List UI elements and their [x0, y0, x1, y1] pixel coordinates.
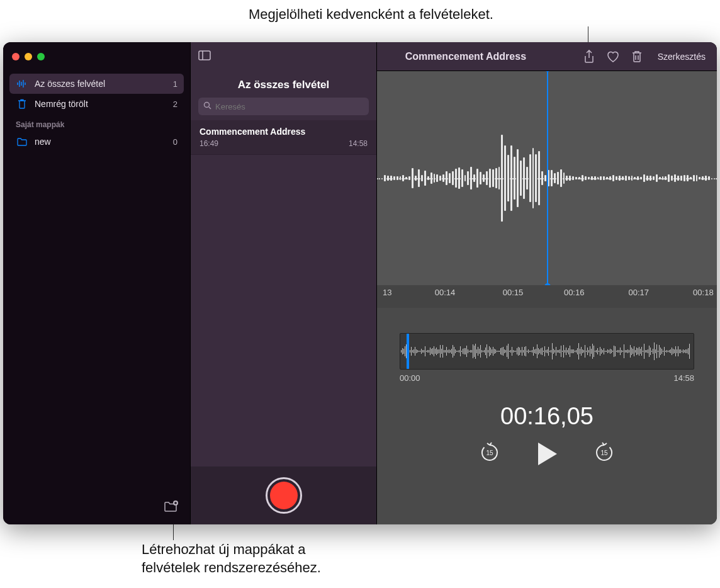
waveform-area[interactable]: [377, 71, 717, 285]
window-controls: [3, 42, 190, 71]
overview-waveform[interactable]: [400, 333, 694, 370]
list-title: Az összes felvétel: [191, 71, 376, 98]
record-footer: [191, 466, 376, 524]
play-button[interactable]: [536, 441, 558, 466]
timecode: 00:16,05: [377, 383, 717, 441]
waveform-icon: [16, 79, 28, 88]
edit-button[interactable]: Szerkesztés: [654, 49, 709, 64]
recording-item[interactable]: Commencement Address 16:49 14:58: [191, 120, 376, 155]
ruler-tick: 00:16: [564, 288, 585, 297]
svg-text:15: 15: [600, 449, 608, 456]
ruler-tick: 00:15: [503, 288, 524, 297]
list-header: [191, 42, 376, 71]
overview-labels: 00:00 14:58: [400, 370, 694, 383]
voice-memos-window: Az összes felvétel 1 Nemrég törölt 2 Saj…: [3, 42, 717, 524]
recording-duration: 14:58: [349, 139, 368, 148]
sidebar-item-count: 1: [173, 79, 177, 89]
folder-icon: [16, 138, 28, 146]
toolbar: Commencement Address Szerkesztés: [377, 42, 717, 71]
favorite-button[interactable]: [606, 50, 620, 63]
ruler-tick: 00:14: [435, 288, 456, 297]
svg-text:15: 15: [486, 449, 493, 456]
main-pane: Commencement Address Szerkesztés 13 00:1…: [377, 42, 717, 524]
search-icon: [203, 101, 211, 112]
playback-controls: 15 15: [377, 441, 717, 479]
recording-time: 16:49: [200, 139, 218, 148]
search-input[interactable]: [215, 102, 364, 111]
ruler-tick: 00:18: [693, 288, 714, 297]
sidebar-footer: [3, 492, 190, 524]
skip-forward-button[interactable]: 15: [593, 442, 615, 466]
callout-favorite: Megjelölheti kedvencként a felvételeket.: [249, 6, 493, 23]
sidebar-folder-item[interactable]: new 0: [9, 132, 184, 152]
svg-line-9: [209, 107, 211, 109]
sidebar-item-label: Nemrég törölt: [35, 99, 88, 109]
sidebar-item-label: Az összes felvétel: [35, 79, 105, 89]
recordings-list-pane: Az összes felvétel Commencement Address …: [191, 42, 377, 524]
close-window-button[interactable]: [12, 53, 20, 60]
overview-start-label: 00:00: [400, 373, 420, 383]
overview-bars: [400, 334, 694, 369]
svg-rect-6: [199, 51, 210, 60]
sidebar-item-recently-deleted[interactable]: Nemrég törölt 2: [9, 94, 184, 114]
callout-new-folder: Létrehozhat új mappákat a felvételek ren…: [142, 541, 321, 577]
ruler-tick: 00:17: [629, 288, 650, 297]
toggle-sidebar-button[interactable]: [198, 50, 211, 63]
delete-button[interactable]: [631, 50, 643, 63]
minimize-window-button[interactable]: [25, 53, 32, 60]
recording-meta: 16:49 14:58: [200, 139, 368, 148]
sidebar-item-label: new: [35, 137, 51, 147]
time-ruler: 13 00:14 00:15 00:16 00:17 00:18: [377, 285, 717, 308]
sidebar-item-count: 2: [173, 99, 177, 109]
ruler-tick: 13: [383, 288, 391, 297]
trash-icon: [16, 99, 28, 109]
svg-point-8: [205, 103, 210, 108]
search-wrap: [191, 98, 376, 120]
record-button-inner: [270, 482, 298, 509]
toolbar-title: Commencement Address: [359, 51, 572, 62]
zoom-window-button[interactable]: [37, 53, 45, 60]
new-folder-button[interactable]: [164, 500, 179, 516]
overview-area: 00:00 14:58: [377, 308, 717, 383]
playhead[interactable]: [547, 71, 548, 285]
overview-playhead[interactable]: [407, 333, 409, 370]
sidebar-item-all-recordings[interactable]: Az összes felvétel 1: [9, 74, 184, 94]
record-button[interactable]: [266, 477, 302, 514]
sidebar-item-count: 0: [173, 137, 177, 147]
sidebar: Az összes felvétel 1 Nemrég törölt 2 Saj…: [3, 42, 191, 524]
sidebar-list: Az összes felvétel 1 Nemrég törölt 2 Saj…: [3, 71, 190, 492]
search-box[interactable]: [198, 98, 369, 115]
share-button[interactable]: [583, 50, 595, 64]
sidebar-folders-header: Saját mappák: [9, 114, 184, 132]
overview-end-label: 14:58: [673, 373, 694, 383]
skip-back-button[interactable]: 15: [479, 442, 500, 466]
recording-title: Commencement Address: [200, 127, 368, 137]
